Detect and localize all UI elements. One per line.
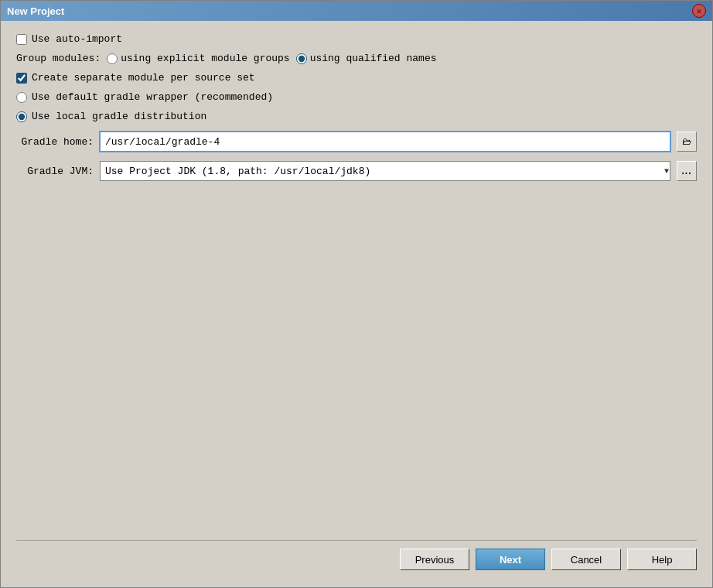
browse-icon: 🗁 — [682, 136, 691, 147]
auto-import-label: Use auto-import — [32, 33, 122, 45]
group-modules-row: Group modules: using explicit module gro… — [16, 53, 697, 64]
auto-import-checkbox[interactable] — [16, 34, 27, 45]
group-modules-qualified-label: using qualified names — [310, 53, 437, 64]
auto-import-row: Use auto-import — [16, 33, 697, 45]
gradle-home-input[interactable] — [100, 132, 670, 152]
gradle-home-label: Gradle home: — [16, 136, 94, 148]
gradle-home-row: Gradle home: 🗁 — [16, 132, 697, 152]
use-local-gradle-label: Use local gradle distribution — [32, 111, 206, 122]
use-local-gradle-radio[interactable] — [16, 111, 27, 122]
gradle-jvm-select[interactable]: Use Project JDK (1.8, path: /usr/local/j… — [100, 161, 670, 181]
group-modules-label: Group modules: — [16, 53, 101, 64]
group-modules-qualified-option: using qualified names — [296, 53, 437, 64]
form-area: Use auto-import Group modules: using exp… — [16, 33, 697, 181]
use-default-gradle-row: Use default gradle wrapper (recommended) — [16, 91, 697, 103]
gradle-jvm-dots-button[interactable]: ... — [677, 161, 697, 181]
group-modules-qualified-radio[interactable] — [296, 53, 307, 64]
use-default-gradle-radio[interactable] — [16, 92, 27, 103]
help-button[interactable]: Help — [627, 549, 697, 570]
use-default-gradle-label: Use default gradle wrapper (recommended) — [32, 91, 273, 103]
group-modules-explicit-label: using explicit module groups — [121, 53, 289, 64]
close-button[interactable]: ✕ — [692, 4, 706, 18]
create-separate-module-checkbox[interactable] — [16, 73, 27, 84]
create-separate-module-label: Create separate module per source set — [32, 72, 255, 84]
gradle-jvm-select-wrapper: Use Project JDK (1.8, path: /usr/local/j… — [100, 161, 670, 181]
gradle-jvm-row: Gradle JVM: Use Project JDK (1.8, path: … — [16, 161, 697, 181]
next-button[interactable]: Next — [476, 549, 545, 570]
gradle-home-browse-button[interactable]: 🗁 — [677, 132, 697, 152]
new-project-window: New Project ✕ Use auto-import Group modu… — [0, 0, 713, 588]
group-modules-explicit-option: using explicit module groups — [107, 53, 289, 64]
content-area: Use auto-import Group modules: using exp… — [1, 21, 712, 587]
title-bar: New Project ✕ — [1, 1, 712, 21]
gradle-jvm-label: Gradle JVM: — [16, 166, 94, 177]
create-separate-module-row: Create separate module per source set — [16, 72, 697, 84]
cancel-button[interactable]: Cancel — [551, 549, 621, 570]
group-modules-explicit-radio[interactable] — [107, 53, 118, 64]
previous-button[interactable]: Previous — [400, 549, 469, 570]
window-title: New Project — [7, 5, 64, 17]
use-local-gradle-row: Use local gradle distribution — [16, 111, 697, 122]
button-row: Previous Next Cancel Help — [16, 540, 697, 575]
